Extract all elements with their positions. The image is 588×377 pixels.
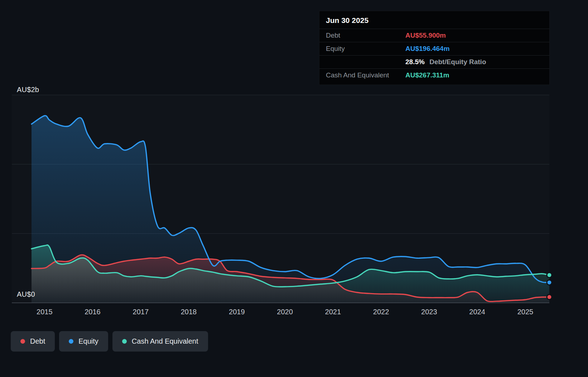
- x-axis-tick: 2015: [37, 308, 53, 316]
- legend-item-debt[interactable]: Debt: [11, 331, 55, 352]
- cash-swatch-icon: [122, 339, 127, 344]
- tooltip-row-equity: Equity AU$196.464m: [319, 42, 549, 55]
- legend-item-cash[interactable]: Cash And Equivalent: [112, 331, 208, 352]
- tooltip-ratio-percent: 28.5%: [405, 58, 425, 66]
- debt-swatch-icon: [20, 339, 25, 344]
- tooltip-equity-label: Equity: [326, 45, 405, 53]
- legend-equity-label: Equity: [78, 337, 98, 345]
- tooltip-cash-value: AU$267.311m: [405, 71, 449, 79]
- x-axis-tick: 2025: [517, 308, 534, 316]
- equity-end-dot: [547, 280, 552, 285]
- x-axis-tick: 2024: [469, 308, 485, 316]
- equity-swatch-icon: [69, 339, 73, 344]
- balance-sheet-history-chart: 2015201620172018201920202021202220232024…: [0, 0, 588, 377]
- y-axis-label-max: AU$2b: [17, 86, 39, 94]
- x-axis-tick: 2017: [133, 308, 149, 316]
- x-axis-tick: 2020: [277, 308, 293, 316]
- chart-legend: Debt Equity Cash And Equivalent: [11, 331, 208, 352]
- x-axis-tick: 2019: [229, 308, 245, 316]
- tooltip-row-cash: Cash And Equivalent AU$267.311m: [319, 68, 549, 82]
- x-axis-tick: 2016: [85, 308, 101, 316]
- tooltip-equity-value: AU$196.464m: [405, 45, 450, 53]
- chart-tooltip: Jun 30 2025 Debt AU$55.900m Equity AU$19…: [319, 11, 550, 85]
- x-axis-tick: 2023: [421, 308, 437, 316]
- tooltip-ratio-value: 28.5% Debt/Equity Ratio: [405, 58, 486, 66]
- cash-and-equivalent-end-dot: [547, 273, 552, 278]
- x-axis-tick: 2022: [373, 308, 389, 316]
- tooltip-debt-value: AU$55.900m: [405, 32, 446, 39]
- tooltip-cash-label: Cash And Equivalent: [326, 71, 405, 79]
- tooltip-row-debt: Debt AU$55.900m: [319, 29, 549, 42]
- debt-end-dot: [547, 295, 552, 300]
- tooltip-ratio-label: Debt/Equity Ratio: [429, 58, 486, 66]
- legend-cash-label: Cash And Equivalent: [132, 337, 198, 345]
- legend-debt-label: Debt: [30, 337, 45, 345]
- x-axis-tick: 2021: [325, 308, 341, 316]
- tooltip-row-ratio: 28.5% Debt/Equity Ratio: [319, 55, 549, 68]
- tooltip-date: Jun 30 2025: [319, 11, 549, 29]
- tooltip-debt-label: Debt: [326, 32, 405, 39]
- legend-item-equity[interactable]: Equity: [59, 331, 108, 352]
- x-axis-tick: 2018: [181, 308, 197, 316]
- y-axis-label-zero: AU$0: [17, 290, 35, 299]
